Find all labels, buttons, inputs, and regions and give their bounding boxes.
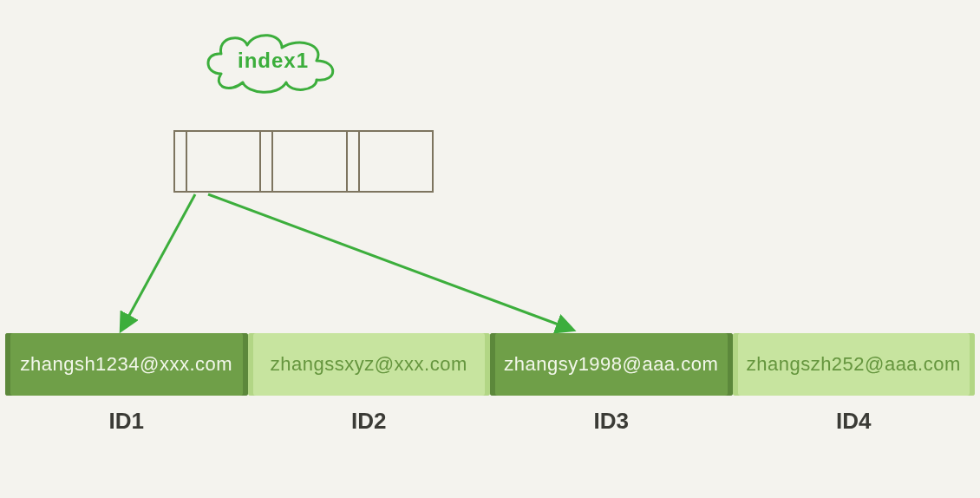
arrow-to-cell-2 [208,194,572,330]
index-slots [173,130,434,193]
cell-email: zhangssxyz@xxx.com [271,353,467,376]
index-slot [259,132,345,191]
index-cloud: index1 [195,26,351,95]
data-cell: zhangssxyz@xxx.com [248,333,491,396]
id-label: ID4 [733,408,976,435]
slot-pointer [187,132,259,191]
slot-pointer [360,132,432,191]
data-cell: zhangsh1234@xxx.com [5,333,248,396]
index-label: index1 [238,49,309,73]
data-cell: zhangsy1998@aaa.com [490,333,733,396]
index-slot [175,132,259,191]
slot-key [348,132,360,191]
id-label: ID2 [248,408,491,435]
id-label: ID1 [5,408,248,435]
cell-email: zhangsh1234@xxx.com [20,353,232,376]
slot-pointer [273,132,345,191]
data-cell: zhangszh252@aaa.com [733,333,976,396]
diagram-stage: index1 zhangsh1234@xxx.com zhangssxyz@xx… [0,0,980,498]
slot-key [175,132,187,191]
index-slot [346,132,432,191]
data-row: zhangsh1234@xxx.com zhangssxyz@xxx.com z… [5,333,975,396]
cell-email: zhangsy1998@aaa.com [504,353,718,376]
slot-key [261,132,273,191]
id-label-row: ID1 ID2 ID3 ID4 [5,408,975,435]
id-label: ID3 [490,408,733,435]
cell-email: zhangszh252@aaa.com [747,353,961,376]
arrow-to-cell-0 [121,194,195,330]
